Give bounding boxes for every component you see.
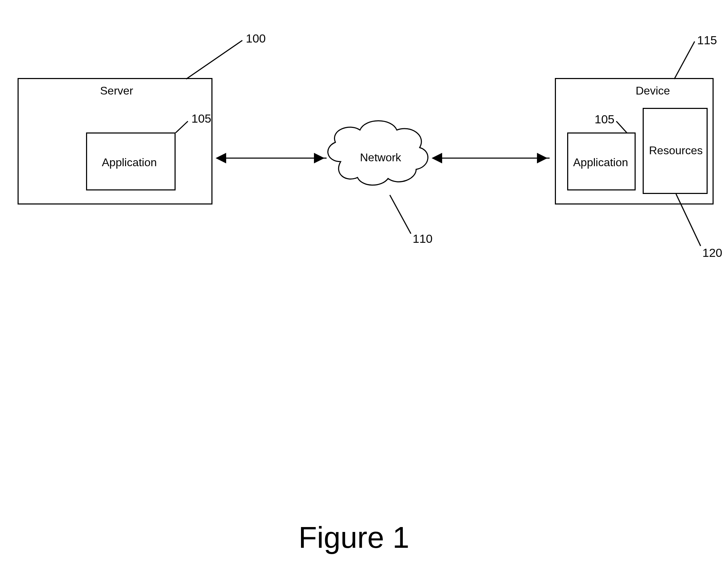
system-diagram: Server Application Device Application Re…	[0, 0, 728, 578]
server-network-connector	[0, 0, 728, 578]
figure-title: Figure 1	[299, 520, 409, 555]
